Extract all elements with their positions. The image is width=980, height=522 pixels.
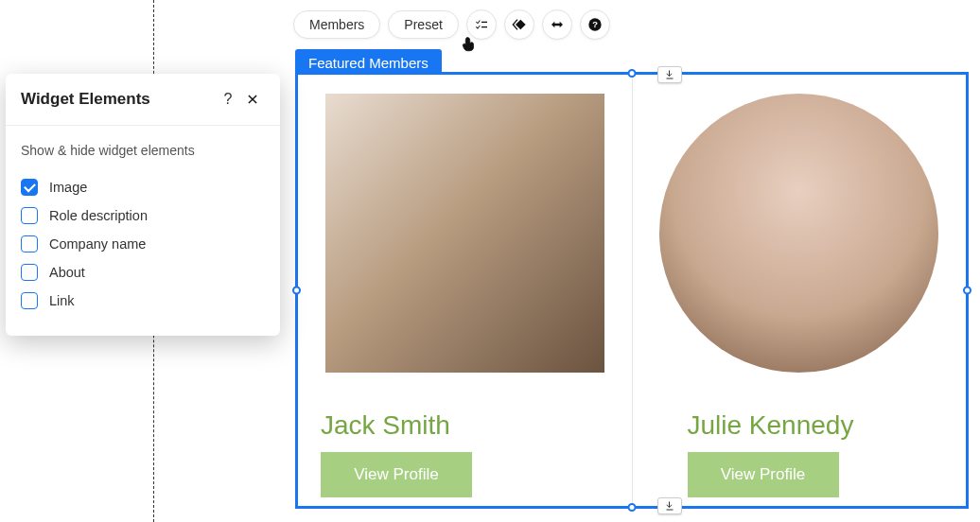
svg-text:?: ?: [592, 20, 598, 29]
checkbox[interactable]: [21, 179, 38, 196]
checkbox[interactable]: [21, 292, 38, 309]
option-label: Role description: [49, 208, 148, 223]
anchor-top-button[interactable]: [657, 66, 682, 83]
preset-button[interactable]: Preset: [388, 10, 458, 39]
anchor-bottom-button[interactable]: [657, 497, 682, 514]
stretch-icon-button[interactable]: [542, 9, 572, 40]
panel-help-button[interactable]: ?: [216, 87, 240, 112]
option-row[interactable]: Image: [21, 173, 265, 201]
diamond-motion-icon: [512, 17, 527, 32]
panel-close-button[interactable]: [240, 87, 265, 112]
resize-handle-right[interactable]: [963, 287, 971, 295]
checkbox[interactable]: [21, 207, 38, 224]
checklist-icon: [474, 17, 489, 32]
option-label: About: [49, 265, 85, 280]
stretch-horizontal-icon: [550, 17, 565, 32]
panel-title: Widget Elements: [21, 90, 216, 109]
option-row[interactable]: About: [21, 258, 265, 287]
view-profile-button[interactable]: View Profile: [321, 452, 472, 497]
checkbox[interactable]: [21, 235, 38, 252]
member-image: [659, 94, 938, 373]
option-label: Image: [49, 180, 87, 195]
panel-header: Widget Elements ?: [6, 74, 280, 126]
help-icon-button[interactable]: ?: [580, 9, 610, 40]
resize-handle-bottom[interactable]: [628, 503, 637, 512]
member-name: Jack Smith: [321, 410, 609, 441]
member-card: Julie Kennedy View Profile: [633, 75, 967, 506]
option-row[interactable]: Role description: [21, 201, 265, 230]
question-icon: ?: [587, 17, 603, 32]
view-profile-button[interactable]: View Profile: [688, 452, 839, 497]
option-label: Link: [49, 293, 75, 308]
checkbox[interactable]: [21, 264, 38, 281]
close-icon: [246, 93, 259, 106]
panel-body: Show & hide widget elements ImageRole de…: [6, 126, 280, 336]
resize-handle-top[interactable]: [628, 69, 637, 78]
resize-handle-left[interactable]: [292, 287, 301, 295]
cursor-pointer-icon: [461, 36, 478, 57]
download-icon: [664, 500, 675, 512]
widget-toolbar: Members Preset ?: [293, 9, 610, 40]
animation-icon-button[interactable]: [504, 9, 534, 40]
member-image: [325, 94, 604, 373]
member-card: Jack Smith View Profile: [298, 75, 632, 506]
featured-members-widget[interactable]: Jack Smith View Profile Julie Kennedy Vi…: [295, 72, 969, 509]
option-label: Company name: [49, 236, 146, 252]
panel-subtitle: Show & hide widget elements: [21, 143, 265, 158]
member-name: Julie Kennedy: [656, 410, 854, 441]
option-row[interactable]: Company name: [21, 230, 265, 258]
question-icon: ?: [224, 91, 233, 108]
option-row[interactable]: Link: [21, 287, 265, 315]
widget-elements-panel: Widget Elements ? Show & hide widget ele…: [6, 74, 280, 336]
download-icon: [664, 69, 675, 80]
members-button[interactable]: Members: [293, 10, 380, 39]
member-cards-row: Jack Smith View Profile Julie Kennedy Vi…: [298, 75, 966, 506]
